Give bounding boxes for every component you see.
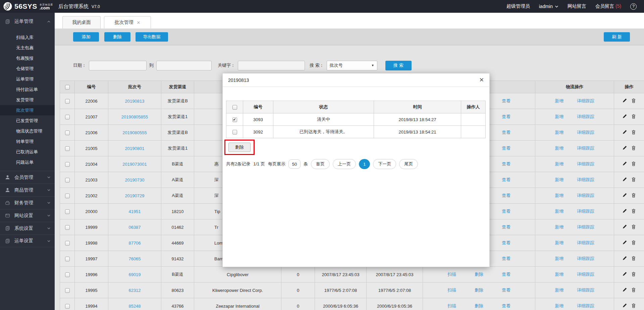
add-tracking-link[interactable]: 新增 xyxy=(555,224,564,230)
view-link[interactable]: 查看 xyxy=(502,130,511,136)
sidebar-item-logistics-status-management[interactable]: 物流状态管理 xyxy=(0,126,55,136)
sidebar-item-unclaimed-packages[interactable]: 无主包裹 xyxy=(0,43,55,53)
add-tracking-link[interactable]: 新增 xyxy=(555,130,564,136)
add-button[interactable]: 添加 xyxy=(73,32,99,42)
detail-tracking-link[interactable]: 详细跟踪 xyxy=(577,287,594,293)
detail-tracking-link[interactable]: 详细跟踪 xyxy=(577,114,594,120)
close-icon[interactable]: ✕ xyxy=(479,76,484,84)
prev-page-button[interactable]: 上一页 xyxy=(333,159,356,169)
detail-tracking-link[interactable]: 详细跟踪 xyxy=(577,193,594,199)
sidebar-item-shipping-management[interactable]: 发货管理 xyxy=(0,95,55,105)
detail-tracking-link[interactable]: 详细跟踪 xyxy=(577,145,594,151)
row-checkbox[interactable] xyxy=(65,209,70,214)
batch-number-link[interactable]: 85248 xyxy=(128,304,141,309)
modal-select-all-checkbox[interactable] xyxy=(232,105,237,110)
row-checkbox[interactable] xyxy=(65,225,70,230)
batch-number-link[interactable]: 41951 xyxy=(128,209,141,214)
tab-my-desktop[interactable]: 我的桌面 xyxy=(62,16,101,29)
batch-number-link[interactable]: 20190730 xyxy=(125,177,145,183)
detail-tracking-link[interactable]: 详细跟踪 xyxy=(577,271,594,277)
edit-icon[interactable] xyxy=(623,209,627,214)
sidebar-item-waybill-management-sub[interactable]: 运单管理 xyxy=(0,74,55,84)
edit-icon[interactable] xyxy=(623,146,627,151)
sidebar-item-cancelled-waybills[interactable]: 已取消运单 xyxy=(0,147,55,157)
edit-icon[interactable] xyxy=(623,98,627,104)
sidebar-section-finance-management[interactable]: 财务管理 xyxy=(0,196,55,209)
edit-icon[interactable] xyxy=(623,224,627,230)
view-link[interactable]: 查看 xyxy=(502,240,511,246)
add-tracking-link[interactable]: 新增 xyxy=(555,271,564,277)
view-link[interactable]: 查看 xyxy=(502,287,511,293)
edit-icon[interactable] xyxy=(623,130,627,135)
modal-row-checkbox[interactable] xyxy=(232,117,237,122)
batch-number-link[interactable]: 76065 xyxy=(128,256,141,261)
view-link[interactable]: 查看 xyxy=(502,224,511,230)
batch-number-link[interactable]: 06387 xyxy=(128,225,141,230)
view-link[interactable]: 查看 xyxy=(502,256,511,262)
sidebar-section-system-settings[interactable]: 系统设置 xyxy=(0,222,55,235)
batch-number-link[interactable]: 69019 xyxy=(128,272,141,277)
search-button[interactable]: 搜 索 xyxy=(385,61,412,70)
view-link[interactable]: 查看 xyxy=(502,271,511,277)
view-link[interactable]: 查看 xyxy=(502,193,511,199)
row-checkbox[interactable] xyxy=(65,272,70,277)
trash-icon[interactable] xyxy=(632,240,636,246)
row-checkbox[interactable] xyxy=(65,178,70,183)
trash-icon[interactable] xyxy=(632,161,636,167)
edit-icon[interactable] xyxy=(623,256,627,261)
per-page-input[interactable]: 50 xyxy=(288,159,301,169)
page-1-button[interactable]: 1 xyxy=(359,159,370,169)
batch-number-link[interactable]: 87706 xyxy=(128,241,141,246)
user-menu[interactable]: iadmin xyxy=(539,4,558,9)
close-icon[interactable]: ✕ xyxy=(137,20,141,25)
row-checkbox[interactable] xyxy=(65,241,70,246)
scan-link[interactable]: 扫描 xyxy=(447,303,456,309)
add-tracking-link[interactable]: 新增 xyxy=(555,114,564,120)
sidebar-item-warehouse-management[interactable]: 仓储管理 xyxy=(0,63,55,74)
view-link[interactable]: 查看 xyxy=(502,208,511,214)
member-messages-link[interactable]: 会员留言 (5) xyxy=(595,3,621,9)
view-link[interactable]: 查看 xyxy=(502,98,511,104)
row-checkbox[interactable] xyxy=(65,99,70,104)
trash-icon[interactable] xyxy=(632,114,636,120)
batch-number-link[interactable]: 20190729 xyxy=(125,193,145,198)
edit-icon[interactable] xyxy=(623,161,627,167)
edit-icon[interactable] xyxy=(623,288,627,293)
add-tracking-link[interactable]: 新增 xyxy=(555,145,564,151)
batch-number-link[interactable]: 2019073001 xyxy=(122,162,147,167)
row-checkbox[interactable] xyxy=(65,288,70,293)
add-tracking-link[interactable]: 新增 xyxy=(555,287,564,293)
add-tracking-link[interactable]: 新增 xyxy=(555,177,564,183)
trash-icon[interactable] xyxy=(632,193,636,199)
last-page-button[interactable]: 尾页 xyxy=(399,159,418,169)
delete-link[interactable]: 删除 xyxy=(475,271,483,277)
scan-link[interactable]: 扫描 xyxy=(447,287,456,293)
trash-icon[interactable] xyxy=(632,288,636,293)
trash-icon[interactable] xyxy=(632,224,636,230)
edit-icon[interactable] xyxy=(623,177,627,183)
row-checkbox[interactable] xyxy=(65,115,70,119)
date-from-input[interactable] xyxy=(89,61,147,70)
add-tracking-link[interactable]: 新增 xyxy=(555,256,564,262)
batch-number-link[interactable]: 20190801 xyxy=(125,146,145,151)
add-tracking-link[interactable]: 新增 xyxy=(555,193,564,199)
sidebar-item-package-forecast[interactable]: 包裹预报 xyxy=(0,53,55,63)
row-checkbox[interactable] xyxy=(65,146,70,151)
trash-icon[interactable] xyxy=(632,146,636,151)
sidebar-section-site-settings[interactable]: 网站设置 xyxy=(0,209,55,222)
detail-tracking-link[interactable]: 详细跟踪 xyxy=(577,240,594,246)
row-checkbox[interactable] xyxy=(65,162,70,167)
sidebar-item-transfer-management[interactable]: 转单管理 xyxy=(0,136,55,147)
sidebar-item-pending-payment-waybills[interactable]: 待付款运单 xyxy=(0,84,55,95)
delete-link[interactable]: 删除 xyxy=(475,287,483,293)
detail-tracking-link[interactable]: 详细跟踪 xyxy=(577,303,594,309)
add-tracking-link[interactable]: 新增 xyxy=(555,240,564,246)
view-link[interactable]: 查看 xyxy=(502,303,511,309)
trash-icon[interactable] xyxy=(632,130,636,136)
sidebar-item-shipped-management[interactable]: 已发货管理 xyxy=(0,115,55,126)
add-tracking-link[interactable]: 新增 xyxy=(555,303,564,309)
trash-icon[interactable] xyxy=(632,98,636,104)
sidebar-item-problem-waybills[interactable]: 问题运单 xyxy=(0,157,55,167)
edit-icon[interactable] xyxy=(623,114,627,119)
edit-icon[interactable] xyxy=(623,240,627,246)
